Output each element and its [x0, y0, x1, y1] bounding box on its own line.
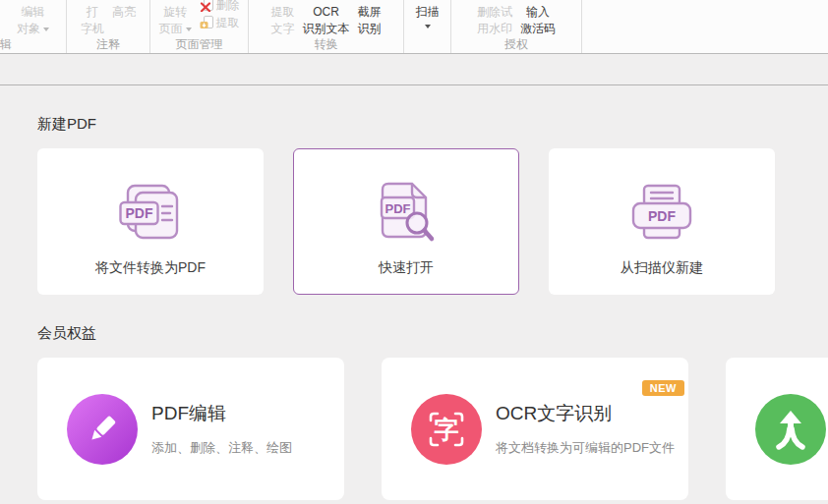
- section-title-benefits: 会员权益: [37, 324, 828, 343]
- svg-text:PDF: PDF: [385, 201, 411, 216]
- activation-code-label-line1: 输入: [526, 4, 550, 21]
- document-tab-strip: [0, 54, 828, 85]
- scan-button[interactable]: 扫描: [416, 0, 440, 28]
- remove-watermark-label-line2: 用水印: [477, 21, 512, 37]
- edit-object-button[interactable]: 编辑 对象: [17, 0, 49, 37]
- ribbon-group-edit: 编辑 对象 辑: [0, 0, 67, 53]
- app-window: 编辑 对象 辑 打 字机 高亮 注释 旋转 页面: [0, 0, 828, 504]
- screenshot-ocr-label-line2: 识别: [358, 21, 382, 37]
- delete-page-label: 删除: [216, 0, 240, 14]
- svg-text:PDF: PDF: [126, 205, 153, 221]
- highlight-button[interactable]: 高亮: [112, 0, 136, 21]
- screenshot-ocr-label-line1: 截屏: [358, 4, 382, 21]
- remove-watermark-label-line1: 删除试: [477, 4, 512, 21]
- svg-text:字: 字: [435, 416, 459, 443]
- section-title-new-pdf: 新建PDF: [37, 115, 828, 134]
- card-ocr-recognition[interactable]: NEW 字 OCR文字识别 将文档转换为可编辑的PDF文件: [382, 358, 688, 500]
- pdf-open-icon: PDF: [376, 183, 437, 242]
- delete-page-icon: [200, 0, 213, 12]
- ribbon-group-scan: 扫描: [404, 0, 451, 53]
- new-pdf-card-row: PDF 将文件转换为PDF PDF 快速打开: [37, 148, 828, 295]
- group-label-pages: 页面管理: [150, 38, 248, 53]
- pdf-convert-icon: PDF: [119, 183, 182, 242]
- activation-code-button[interactable]: 输入 激活码: [520, 0, 556, 37]
- rotate-pages-button[interactable]: 旋转 页面: [159, 0, 192, 37]
- typewriter-button[interactable]: 打 字机: [81, 0, 104, 37]
- rotate-pages-label-line2: 页面: [159, 21, 183, 37]
- group-label-comment: 注释: [67, 38, 149, 53]
- extract-text-button[interactable]: 提取 文字: [271, 0, 295, 37]
- edit-object-label-line1: 编辑: [22, 4, 45, 21]
- card-new-from-scanner[interactable]: PDF 从扫描仪新建: [549, 148, 775, 295]
- card-merge-clipped[interactable]: [726, 358, 828, 500]
- edit-object-label-line2: 对象: [17, 21, 40, 37]
- card-label: 从扫描仪新建: [621, 259, 703, 277]
- extract-page-label: 提取: [216, 15, 240, 31]
- svg-text:PDF: PDF: [648, 208, 676, 224]
- chevron-down-icon: [425, 25, 431, 28]
- typewriter-label-line2: 字机: [81, 21, 104, 37]
- ribbon-empty-space: [582, 0, 828, 53]
- extract-page-button[interactable]: 提取: [200, 14, 240, 31]
- ocr-label-line1: OCR: [313, 4, 339, 21]
- benefit-title: OCR文字识别: [496, 401, 675, 426]
- new-badge: NEW: [642, 380, 684, 396]
- card-label: 快速打开: [379, 259, 434, 277]
- card-quick-open[interactable]: PDF 快速打开: [293, 148, 519, 295]
- group-label-scan: [404, 38, 450, 53]
- group-label-edit: 辑: [0, 38, 66, 53]
- benefit-title: PDF编辑: [151, 401, 292, 426]
- ribbon-toolbar: 编辑 对象 辑 打 字机 高亮 注释 旋转 页面: [0, 0, 828, 54]
- scan-label: 扫描: [416, 4, 440, 21]
- benefits-card-row: PDF编辑 添加、删除、注释、绘图 NEW 字: [37, 358, 828, 500]
- activation-code-label-line2: 激活码: [520, 21, 556, 37]
- group-label-license: 授权: [451, 38, 581, 53]
- rotate-pages-label-line1: 旋转: [163, 4, 187, 21]
- merge-arrow-icon: [755, 394, 826, 465]
- chevron-down-icon: [186, 28, 192, 31]
- delete-page-button[interactable]: 删除: [200, 0, 240, 14]
- ocr-label-line2: 识别文本: [303, 21, 350, 37]
- screenshot-ocr-button[interactable]: 截屏 识别: [358, 0, 382, 37]
- pdf-scanner-icon: PDF: [630, 183, 693, 242]
- benefit-subtitle: 将文档转换为可编辑的PDF文件: [496, 439, 675, 457]
- pencil-icon: [67, 394, 138, 465]
- card-pdf-edit[interactable]: PDF编辑 添加、删除、注释、绘图: [37, 358, 344, 500]
- ocr-recognize-button[interactable]: OCR 识别文本: [303, 0, 350, 37]
- group-label-convert: 转换: [249, 38, 403, 53]
- ocr-character-icon: 字: [411, 394, 482, 465]
- ribbon-group-convert: 提取 文字 OCR 识别文本 截屏 识别 转换: [249, 0, 404, 53]
- extract-page-icon: [200, 16, 213, 29]
- remove-watermark-button[interactable]: 删除试 用水印: [477, 0, 512, 37]
- start-page: 新建PDF PDF 将文件转换为PDF: [0, 85, 828, 500]
- extract-text-label-line2: 文字: [271, 21, 295, 37]
- chevron-down-icon: [43, 28, 49, 31]
- typewriter-label-line1: 打: [87, 4, 98, 21]
- ribbon-group-license: 删除试 用水印 输入 激活码 授权: [451, 0, 582, 53]
- highlight-label: 高亮: [112, 4, 136, 21]
- benefit-subtitle: 添加、删除、注释、绘图: [151, 439, 292, 457]
- ribbon-group-pages: 旋转 页面 删除: [150, 0, 249, 53]
- ribbon-group-comment: 打 字机 高亮 注释: [67, 0, 150, 53]
- extract-text-label-line1: 提取: [271, 4, 295, 21]
- card-convert-to-pdf[interactable]: PDF 将文件转换为PDF: [37, 148, 264, 295]
- card-label: 将文件转换为PDF: [95, 259, 206, 277]
